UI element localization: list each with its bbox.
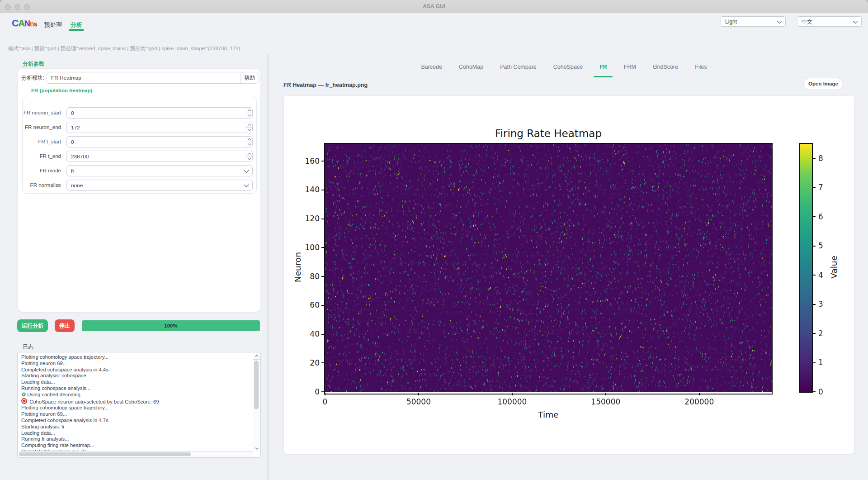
param-row: FR modefr (23, 165, 256, 176)
cbtick-label: 6 (818, 212, 836, 221)
tab-preprocess[interactable]: 预处理 (44, 21, 62, 29)
spinbox-stepper[interactable] (246, 108, 252, 118)
param-row: FR neuron_end172 (23, 122, 256, 133)
log-line: Plotting cohomology space trajectory... (21, 354, 250, 361)
chevron-down-icon (244, 167, 249, 172)
logo-letter: s (33, 18, 37, 30)
spinbox-stepper[interactable] (246, 151, 252, 162)
scroll-down-arrow-icon[interactable] (253, 445, 260, 451)
tick-mark (813, 275, 816, 276)
results-tab-bar: BarcodeCohoMapPath CompareCohoSpaceFRFRM… (271, 60, 857, 77)
logo-letter: A (18, 17, 24, 29)
language-select[interactable]: 中文 (797, 16, 862, 27)
theme-select[interactable]: Light (721, 16, 786, 27)
log-scroll-thumb[interactable] (254, 361, 259, 409)
results-tab-cohomap[interactable]: CohoMap (458, 60, 484, 77)
log-line: Completed cohospace analysis in 4.4s (21, 367, 250, 373)
ytick-label: 0 (287, 387, 320, 396)
cbtick-label: 3 (818, 299, 836, 309)
ytick-label: 60 (287, 300, 320, 309)
spinbox-stepper[interactable] (246, 122, 252, 133)
results-tab-cohospace[interactable]: CohoSpace (552, 60, 584, 77)
xtick-label: 150000 (585, 397, 626, 406)
results-tab-fr[interactable]: FR (599, 60, 608, 77)
log-line: Plotting neuron 69... (21, 411, 250, 418)
results-tab-gridscore[interactable]: GridScore (652, 60, 679, 77)
window-title: ASA GUI (0, 3, 868, 10)
results-tab-label: FR (599, 64, 607, 70)
log-line: Starting analysis: cohospace (21, 373, 250, 379)
open-image-button[interactable]: Open Image (803, 78, 843, 90)
module-select-value: FR Heatmap (51, 72, 81, 83)
target-icon (21, 398, 27, 404)
tab-analysis[interactable]: 分析 (71, 21, 82, 29)
cbtick-label: 7 (818, 183, 836, 192)
xtick-label: 0 (305, 397, 345, 406)
param-spinbox[interactable]: 172 (66, 122, 253, 133)
scroll-up-arrow-icon[interactable] (253, 353, 260, 360)
theme-select-value: Light (725, 19, 737, 25)
log-line: Plotting cohomology space trajectory... (21, 405, 250, 411)
param-spinbox[interactable]: 0 (66, 107, 253, 119)
log-box[interactable]: Plotting cohomology space trajectory...P… (17, 352, 261, 458)
tick-mark (321, 161, 324, 162)
xtick-label: 200000 (679, 397, 720, 406)
tick-mark (813, 187, 816, 188)
log-vertical-scrollbar[interactable] (253, 353, 260, 451)
tab-analysis-underline (69, 29, 84, 31)
log-line: Running cohospace analysis... (21, 385, 250, 392)
tick-mark (813, 246, 816, 247)
spin-down-icon[interactable] (246, 142, 252, 147)
spinbox-stepper[interactable] (246, 137, 252, 147)
cbtick-label: 4 (818, 271, 836, 280)
spin-down-icon[interactable] (246, 127, 252, 133)
param-row: FR normalizenone (23, 180, 256, 191)
results-tab-barcode[interactable]: Barcode (420, 60, 443, 77)
tick-mark (813, 391, 816, 392)
panel-splitter[interactable] (267, 53, 269, 480)
log-hscroll-thumb[interactable] (19, 452, 191, 456)
param-row: FR t_start0 (23, 136, 256, 147)
results-tab-files[interactable]: Files (694, 60, 708, 77)
app-logo: CANns (12, 17, 37, 30)
stop-button[interactable]: 停止 (55, 319, 75, 332)
tick-mark (321, 190, 324, 190)
chevron-down-icon (244, 182, 249, 187)
chevron-down-icon (853, 18, 858, 23)
results-tab-path-compare[interactable]: Path Compare (499, 60, 538, 77)
tick-mark (699, 393, 700, 395)
tick-mark (321, 247, 324, 248)
param-select[interactable]: fr (66, 165, 253, 176)
module-label: 分析模块: (21, 74, 44, 82)
log-line: Loading data... (21, 430, 250, 437)
log-horizontal-scrollbar[interactable] (18, 451, 253, 457)
results-tab-label: CohoMap (459, 64, 483, 70)
spin-down-icon[interactable] (246, 156, 252, 162)
log-line: Running fr analysis... (21, 436, 250, 442)
tick-mark (418, 393, 419, 395)
run-analysis-button[interactable]: 运行分析 (17, 319, 48, 332)
log-line: Completed cohospace analysis in 4.7s (21, 418, 250, 424)
progress-bar: 100% (82, 320, 260, 331)
param-label: FR neuron_start (23, 107, 61, 119)
spin-down-icon[interactable] (246, 113, 252, 119)
xtick-label: 100000 (492, 397, 533, 406)
module-select[interactable]: FR Heatmap (47, 72, 249, 84)
param-select[interactable]: none (66, 180, 253, 191)
x-axis-label: Time (503, 410, 594, 419)
tick-mark (321, 391, 324, 392)
param-spinbox[interactable]: 238700 (66, 151, 253, 162)
xtick-label: 50000 (398, 397, 439, 406)
param-label: FR mode (23, 165, 61, 176)
tick-mark (321, 362, 324, 363)
param-spinbox[interactable]: 0 (66, 136, 253, 147)
tick-mark (813, 362, 816, 363)
params-card: 分析模块: FR Heatmap 帮助 FR (population heatm… (17, 68, 261, 312)
help-button[interactable]: 帮助 (240, 72, 259, 84)
results-tab-frm[interactable]: FRM (623, 60, 637, 77)
param-label: FR t_start (23, 136, 61, 147)
app-window: ASA GUI CANns 预处理 分析 Light 中文 模式=asa | 预… (0, 0, 868, 480)
result-header: FR Heatmap — fr_heatmap.png (283, 82, 368, 88)
logo-letter: N (24, 18, 30, 29)
ytick-label: 140 (287, 185, 320, 194)
